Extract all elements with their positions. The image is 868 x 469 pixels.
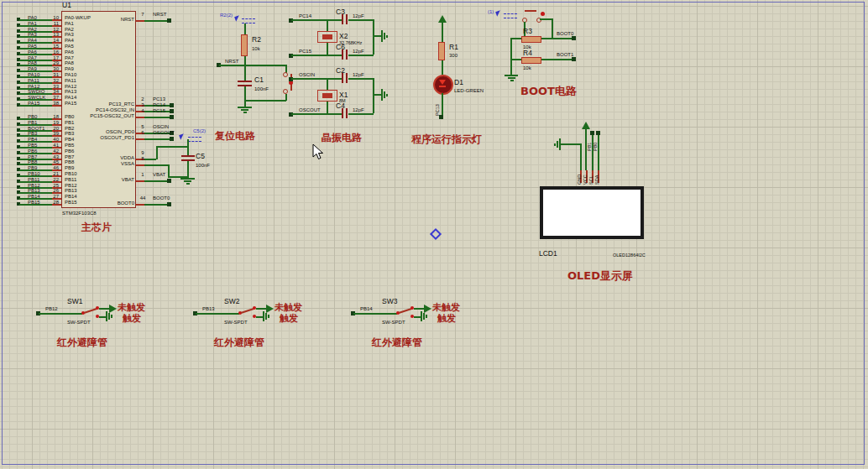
terminal[interactable] <box>572 36 576 40</box>
terminal[interactable] <box>572 57 576 61</box>
pin-number: 25 <box>42 183 59 188</box>
capacitor-plate[interactable] <box>346 73 348 83</box>
net-label: PA2 <box>28 27 37 32</box>
wire <box>442 93 443 116</box>
ir-sensor-switch[interactable]: PB13 SW2 SW-SPDT 未触发 触发 红外避障管 <box>191 295 346 350</box>
pin-inside-name: VSSA <box>65 161 134 166</box>
capacitor-c6[interactable] <box>342 50 343 60</box>
net-label: PB12 <box>28 183 40 188</box>
net-label: PA12 <box>28 84 39 89</box>
ground-icon <box>423 313 425 320</box>
state-triggered-label: 触发 <box>280 314 298 323</box>
resistor-r3[interactable] <box>521 36 541 43</box>
capacitor-plate[interactable] <box>346 50 348 60</box>
pin-number: 14 <box>42 38 59 43</box>
net-label: PC14 <box>153 102 165 107</box>
led-d1[interactable] <box>433 75 453 95</box>
wire <box>99 316 106 318</box>
pin-number: 30 <box>42 66 59 71</box>
wire <box>39 313 82 315</box>
switch-actuator[interactable] <box>399 308 412 314</box>
crystal-inner <box>322 34 332 39</box>
chip-ref: U1 <box>62 2 71 9</box>
pin-number: 29 <box>42 60 59 65</box>
wire <box>373 19 374 55</box>
probe-label: R2(2) <box>220 13 233 18</box>
capacitor-c1[interactable] <box>238 81 252 82</box>
net-label: PC15 <box>153 108 165 113</box>
origin-marker-icon <box>430 228 442 240</box>
pin-inside-name: PB10 <box>65 171 77 176</box>
ground-icon <box>508 77 515 79</box>
switch-actuator[interactable] <box>241 308 254 314</box>
pin-inside-name: VBAT <box>65 177 134 182</box>
pin-nrst[interactable]: NRST 7 NRST <box>65 17 183 25</box>
capacitor-ref: C1 <box>254 76 264 84</box>
capacitor-c3[interactable] <box>342 14 343 24</box>
resistor-r4[interactable] <box>521 57 541 64</box>
sensor-caption: 红外避障管 <box>214 337 264 347</box>
ir-sensor-switch[interactable]: PB14 SW3 SW-SPDT 未触发 触发 红外避障管 <box>348 295 504 350</box>
push-button-cap[interactable] <box>525 10 536 12</box>
pin-number: 28 <box>42 200 59 205</box>
pin-number: 39 <box>42 131 59 136</box>
net-label: PB12 <box>45 306 58 311</box>
wire <box>327 21 328 31</box>
pin-number: 27 <box>42 194 59 199</box>
capacitor-c4[interactable] <box>342 108 343 118</box>
pin-inside-name: OSCOUT_PD1 <box>65 135 134 140</box>
net-label: PA15 <box>28 101 39 106</box>
net-label: PB9 <box>28 165 37 170</box>
ir-sensor-switch[interactable]: PB12 SW1 SW-SPDT 未触发 触发 红外避障管 <box>34 295 189 350</box>
wire <box>168 164 170 176</box>
crystal-caption: 晶振电路 <box>322 133 362 143</box>
pin-inside-name: PA7 <box>65 55 74 60</box>
terminal[interactable] <box>167 202 171 206</box>
ground-icon <box>384 33 385 39</box>
resistor-value: 10k <box>252 46 260 51</box>
net-label: PA0 <box>28 15 37 20</box>
terminal[interactable] <box>167 18 171 23</box>
crystal-circuit[interactable]: PC14 C3 12pF X2 32.768KHz PC15 C6 12pF O… <box>285 8 399 147</box>
pin-number: 4 <box>138 108 148 113</box>
crystal-ref: X2 <box>339 33 348 40</box>
net-label: PA9 <box>28 66 37 71</box>
capacitor-value: 100nF <box>196 163 210 168</box>
wire <box>144 204 167 206</box>
wire <box>144 20 167 22</box>
capacitor-value: 100nF <box>254 86 269 91</box>
wire <box>541 38 573 39</box>
oled-caption: OLED显示屏 <box>567 270 633 281</box>
pin-inside-name: PA2 <box>65 27 74 32</box>
wire <box>541 59 573 60</box>
resistor-r1[interactable] <box>438 42 445 60</box>
wire <box>414 308 424 310</box>
led-symbol-bar <box>439 86 446 87</box>
sensor-caption: 红外避障管 <box>57 337 107 347</box>
pin-number: 38 <box>42 101 59 106</box>
chip-pa-pins: PA010PA0-WKUPPA111PA1PA212PA2PA313PA3PA4… <box>17 16 126 107</box>
capacitor-plate[interactable] <box>181 155 195 157</box>
pin-boot0[interactable]: BOOT0 44 BOOT0 <box>65 201 183 209</box>
switch-actuator[interactable] <box>84 308 97 314</box>
sensor-caption: 红外避障管 <box>372 337 422 347</box>
capacitor-plate[interactable] <box>346 14 348 24</box>
pin-pc15[interactable]: PC15-OSC32_OUT 4 PC15 <box>65 113 183 122</box>
wire <box>256 308 266 310</box>
pin-number: 18 <box>42 114 59 119</box>
terminal[interactable] <box>170 115 174 119</box>
capacitor-plate[interactable] <box>346 108 348 118</box>
oled-circuit[interactable]: PB1 PB0 GND VCC SCL SDA LCD1 OLED12864I2… <box>529 117 663 285</box>
state-triggered-label: 触发 <box>437 314 456 323</box>
power-terminal-icon <box>582 122 590 129</box>
capacitor-c2[interactable] <box>342 73 343 83</box>
resistor-r2[interactable] <box>241 34 248 56</box>
terminal[interactable] <box>439 115 443 119</box>
wire <box>244 100 286 102</box>
pin-number: 26 <box>42 188 59 193</box>
mouse-cursor-icon <box>312 143 324 164</box>
capacitor-ref: C4 <box>336 102 345 110</box>
oled-screen[interactable] <box>540 186 644 239</box>
pin-inside-name: PC14-OSC32_IN <box>65 107 134 112</box>
boot-circuit[interactable]: (1) R3 10k BOOT0 R4 10k BOOT1 BOOT电路 <box>483 4 600 101</box>
